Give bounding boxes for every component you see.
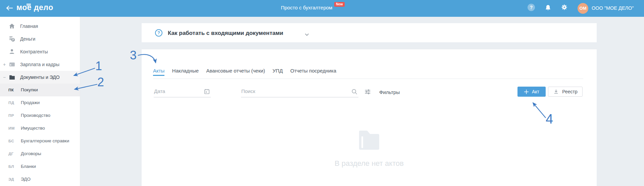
registry-label: Реестр — [562, 89, 578, 94]
plus-icon — [524, 89, 529, 94]
sidebar-item-label: Зарплата и кадры — [20, 62, 59, 67]
sidebar-item-code: ИМ — [8, 126, 15, 130]
settings-gear-icon[interactable] — [561, 4, 568, 12]
annotation-number-2: 2 — [97, 76, 104, 88]
search-input[interactable] — [241, 88, 358, 97]
tab-upd[interactable]: УПД — [273, 68, 283, 75]
user-avatar[interactable]: ОМ — [578, 3, 588, 14]
sidebar-item-label: Главная — [20, 24, 38, 29]
empty-state-message: В разделе нет актов — [142, 159, 597, 168]
sidebar-item-home[interactable]: Главная — [0, 20, 80, 33]
sidebar-item-label: Документы и ЭДО — [20, 75, 60, 80]
person-icon — [9, 48, 15, 55]
date-filter-field — [154, 88, 211, 97]
add-act-label: Акт — [532, 89, 539, 94]
sidebar-item-edo[interactable]: ЭД ЭДО — [0, 173, 80, 186]
sidebar-item-documents-edo[interactable]: − Документы и ЭДО — [0, 71, 80, 84]
home-icon — [9, 23, 15, 30]
sidebar-item-code: БС — [8, 139, 14, 143]
add-act-button[interactable]: Акт — [517, 87, 546, 97]
sidebar-item-code: ПР — [8, 113, 14, 118]
annotation-number-3: 3 — [130, 49, 137, 61]
sidebar-item-code: ПК — [8, 88, 14, 92]
back-arrow-icon[interactable] — [6, 5, 13, 11]
sidebar-item-label: Договоры — [21, 151, 41, 156]
chevron-down-icon[interactable] — [305, 32, 309, 38]
notifications-bell-icon[interactable] — [545, 4, 551, 13]
folder-icon — [9, 74, 15, 81]
question-circle-icon[interactable]: ? — [155, 29, 162, 37]
search-icon[interactable] — [351, 88, 358, 96]
sidebar-item-purchases[interactable]: ПК Покупки — [0, 84, 80, 96]
sidebar-item-label: Имущество — [21, 126, 45, 131]
sidebar-item-label: Бланки — [21, 164, 36, 169]
sidebar-item-production[interactable]: ПР Производство — [0, 109, 80, 122]
company-name[interactable]: ООО "МОЕ ДЕЛО" — [592, 5, 634, 11]
money-document-icon — [9, 36, 15, 42]
sidebar-item-label: Производство — [21, 113, 50, 118]
help-icon[interactable]: ? — [528, 4, 535, 11]
sidebar-item-money[interactable]: Деньги — [0, 33, 80, 45]
empty-folder-icon — [359, 131, 379, 150]
sidebar-item-code: ПД — [8, 101, 14, 105]
sidebar-item-code: БЛ — [8, 165, 14, 169]
calendar-icon[interactable] — [204, 88, 210, 96]
tab-waybills[interactable]: Накладные — [172, 68, 199, 75]
sidebar-item-property[interactable]: ИМ Имущество — [0, 122, 80, 135]
sidebar-nav: Главная Деньги Контрагенты + — [0, 17, 80, 186]
top-bar: моё дело Просто с бухгалтером New ? ОМ О… — [0, 0, 644, 17]
promo-text: Просто с бухгалтером — [281, 5, 332, 10]
tab-acts[interactable]: Акты — [153, 68, 164, 76]
sidebar-item-counterparties[interactable]: Контрагенты — [0, 45, 80, 58]
registry-download-button[interactable]: Реестр — [548, 87, 583, 97]
help-banner: ? Как работать с входящими документами — [142, 23, 597, 42]
search-filter-field — [241, 88, 358, 97]
download-icon — [553, 89, 559, 95]
filters-toggle-label[interactable]: Фильтры — [379, 89, 400, 95]
sidebar-item-label: Контрагенты — [20, 49, 48, 54]
tab-advance-reports[interactable]: Авансовые отчеты (чеки) — [206, 68, 265, 75]
app-logo[interactable]: моё дело — [16, 3, 53, 12]
wallet-card-icon — [9, 61, 15, 68]
annotation-number-1: 1 — [95, 60, 102, 72]
new-badge: New — [334, 2, 345, 7]
filter-settings-icon[interactable] — [364, 88, 371, 97]
sidebar-item-label: Продажи — [21, 100, 40, 105]
logo-e-bars-icon — [27, 3, 31, 6]
expand-plus-icon[interactable]: + — [3, 62, 6, 67]
date-input[interactable] — [154, 88, 211, 97]
tab-intermediary-reports[interactable]: Отчеты посредника — [290, 68, 336, 75]
help-banner-title: Как работать с входящими документами — [168, 30, 283, 37]
sidebar-item-label: Деньги — [20, 36, 35, 42]
sidebar-item-payroll[interactable]: + Зарплата и кадры — [0, 58, 80, 71]
sidebar-item-label: Бухгалтерские справки — [21, 138, 69, 143]
sidebar-item-accounting-notes[interactable]: БС Бухгалтерские справки — [0, 135, 80, 147]
sidebar-item-label: Покупки — [21, 87, 38, 92]
collapse-minus-icon[interactable]: − — [3, 75, 6, 80]
sidebar-item-blanks[interactable]: БЛ Бланки — [0, 160, 80, 173]
sidebar-item-label: ЭДО — [21, 177, 31, 182]
sidebar-item-contracts[interactable]: ДГ Договоры — [0, 147, 80, 160]
documents-panel: Акты Накладные Авансовые отчеты (чеки) У… — [142, 49, 597, 186]
document-tabs: Акты Накладные Авансовые отчеты (чеки) У… — [153, 68, 583, 79]
sidebar-item-code: ДГ — [8, 152, 14, 156]
sidebar-item-sales[interactable]: ПД Продажи — [0, 96, 80, 109]
sidebar-item-code: ЭД — [8, 177, 14, 181]
